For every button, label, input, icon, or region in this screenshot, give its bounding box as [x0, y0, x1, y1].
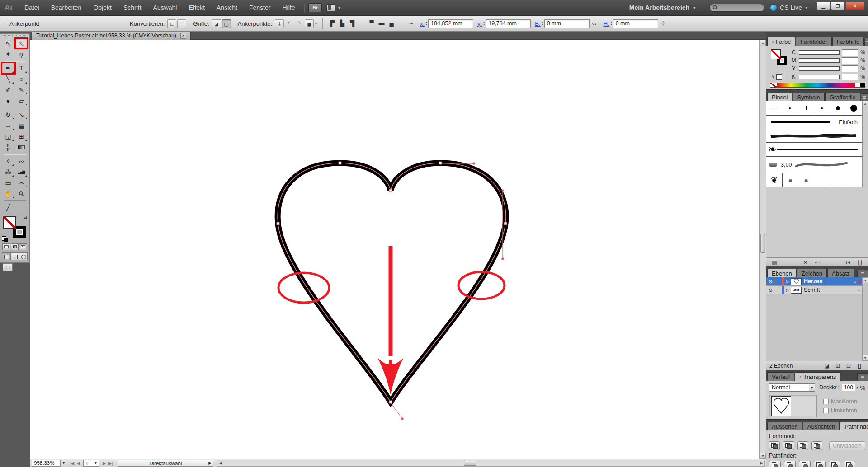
brush-options-icon[interactable]: 〰	[812, 258, 822, 266]
magic-wand-tool[interactable]: ✶	[2, 49, 14, 59]
pencil-tool[interactable]: ✎	[15, 85, 28, 95]
lock-toggle-box[interactable]	[775, 277, 782, 285]
layer-row-herzen[interactable]: ⊙ ▷ Herzen ○	[766, 277, 862, 286]
scroll-up-icon[interactable]: ▲	[863, 277, 868, 283]
calligraphic-brush-swatch[interactable]	[766, 101, 782, 115]
anchor-point[interactable]	[339, 162, 341, 164]
panel-menu-icon[interactable]: ≣	[864, 38, 868, 46]
zoom-level-field[interactable]: 958,33%	[32, 460, 61, 467]
swap-fill-stroke-icon[interactable]: ⇄	[24, 215, 27, 220]
menu-item-ansicht[interactable]: Ansicht	[211, 0, 243, 16]
lasso-tool[interactable]: ϙ	[15, 49, 28, 59]
handle-end-point[interactable]	[401, 418, 403, 420]
height-label[interactable]: H:	[604, 20, 609, 27]
layers-scrollbar[interactable]: ▲ ▼	[862, 277, 868, 361]
cs-live-button[interactable]: CS Live ▼	[770, 4, 808, 11]
rotate-tool[interactable]: ↻	[2, 110, 14, 120]
document-tab[interactable]: Tutorial_Liebes-Poster.ai* bei 958,33 % …	[32, 32, 191, 40]
anchor-point[interactable]	[504, 222, 507, 225]
expand-triangle-icon[interactable]: ▷	[784, 280, 791, 284]
none-button[interactable]	[19, 243, 27, 250]
tab-grafikstile[interactable]: Grafikstile	[825, 93, 860, 101]
show-handles-button[interactable]: ◢	[212, 19, 221, 28]
vertical-scrollbar-thumb[interactable]	[760, 234, 765, 253]
x-stepper[interactable]: ▴▾	[426, 21, 427, 26]
height-input[interactable]: 0 mm	[613, 19, 658, 28]
scroll-down-icon[interactable]: ▼	[863, 355, 868, 361]
first-artboard-button[interactable]: |◀	[70, 461, 74, 466]
channel-value-input[interactable]	[842, 57, 858, 64]
x-label[interactable]: x:	[420, 20, 425, 27]
menu-item-hilfe[interactable]: Hilfe	[276, 0, 301, 16]
brush-row-calligraphic-3[interactable]: 3,00	[766, 157, 862, 173]
visibility-eye-icon[interactable]: ⊙	[766, 286, 775, 294]
align-bottom-button[interactable]: ▄	[387, 19, 396, 28]
gradient-button[interactable]	[11, 243, 19, 250]
channel-slider[interactable]	[799, 66, 840, 71]
tab-ebenen[interactable]: Ebenen	[767, 269, 797, 277]
delete-brush-icon[interactable]: ∐	[855, 259, 865, 266]
minus-back-button[interactable]	[844, 461, 855, 467]
brush-row-ornament[interactable]: ❧	[766, 143, 862, 157]
line-segment-tool[interactable]: ╲	[2, 74, 14, 84]
selection-tool[interactable]: ↖	[2, 38, 14, 48]
handle-end-point[interactable]	[473, 163, 475, 164]
anchor-point[interactable]	[389, 189, 392, 192]
status-tool-field[interactable]: Direktauswahl ▶	[118, 460, 213, 467]
layer-row-schrift[interactable]: ⊙ ▷ LIEBE Schrift ○	[766, 286, 862, 294]
blend-mode-select[interactable]: Normal	[769, 383, 809, 392]
panel-menu-icon[interactable]: ≣	[857, 373, 868, 381]
delete-layer-icon[interactable]: ∐	[854, 363, 865, 369]
default-fill-stroke-icon[interactable]	[2, 236, 9, 242]
tab-aussehen[interactable]: Aussehen	[767, 422, 802, 430]
width-input[interactable]: 0 mm	[544, 19, 590, 28]
calligraphic-brush-swatch[interactable]	[846, 101, 862, 115]
direction-handle-bottom[interactable]	[391, 403, 402, 419]
zoom-dropdown-icon[interactable]: ▼	[62, 461, 66, 465]
transform-icon[interactable]: ⊹	[659, 19, 668, 28]
none-swatch[interactable]	[770, 83, 777, 88]
align-left-button[interactable]: ▛	[328, 19, 337, 28]
align-middle-button[interactable]: ▬	[377, 19, 386, 28]
cut-path-button[interactable]: ◝	[295, 19, 304, 28]
y-label[interactable]: y:	[477, 20, 482, 27]
opacity-stepper-icon[interactable]: ▸	[857, 385, 859, 390]
menu-item-bearbeiten[interactable]: Bearbeiten	[45, 0, 88, 16]
chevron-down-icon[interactable]: ▼	[314, 22, 318, 26]
mesh-tool[interactable]: ╬	[2, 142, 14, 152]
object-thumbnail[interactable]	[771, 396, 791, 416]
restore-button[interactable]: ❐	[831, 2, 844, 10]
crop-button[interactable]	[814, 461, 826, 467]
tab-symbole[interactable]: Symbole	[793, 93, 825, 101]
channel-slider[interactable]	[799, 50, 840, 55]
make-clipping-mask-icon[interactable]: ◪	[821, 363, 832, 369]
tab-transparenz[interactable]: ↕Transparenz	[795, 372, 840, 381]
align-top-button[interactable]: ▀	[367, 19, 376, 28]
workspace-switcher[interactable]: Mein Arbeitsbereich ▼	[629, 4, 696, 11]
artboard-tool[interactable]: ▭	[2, 178, 14, 188]
perspective-grid-tool[interactable]: ⊞	[15, 131, 28, 141]
eyedropper-tool[interactable]: ✧	[2, 156, 14, 166]
width-label[interactable]: B:	[535, 20, 540, 27]
panel-menu-icon[interactable]: ≣	[861, 93, 868, 101]
exclude-button[interactable]	[811, 441, 822, 450]
calligraphic-brush-swatch[interactable]	[798, 101, 814, 115]
pen-tool[interactable]: ✒	[2, 63, 14, 73]
tab-pathfinder[interactable]: Pathfinder	[840, 422, 868, 430]
fill-none-swatch[interactable]	[771, 49, 781, 59]
divide-button[interactable]	[769, 461, 781, 467]
direct-selection-tool[interactable]: ↖	[15, 38, 28, 48]
brush-row-pattern[interactable]: ❦ ≣ ≣	[766, 173, 862, 187]
intersect-button[interactable]	[797, 441, 808, 450]
swap-icon[interactable]: ↰	[771, 75, 774, 79]
new-sublayer-icon[interactable]: ⊞	[832, 363, 843, 369]
minus-front-button[interactable]	[783, 441, 794, 450]
scroll-right-icon[interactable]: ▶	[759, 460, 764, 466]
anchor-point[interactable]	[439, 162, 442, 164]
zoom-tool[interactable]: ⚲	[15, 189, 28, 199]
calligraphic-brush-swatch[interactable]	[830, 101, 846, 115]
channel-value-input[interactable]	[842, 65, 858, 72]
scroll-left-icon[interactable]: ◀	[217, 460, 223, 466]
menu-item-datei[interactable]: Datei	[19, 0, 45, 16]
status-flyout-icon[interactable]: ▶	[208, 461, 211, 465]
